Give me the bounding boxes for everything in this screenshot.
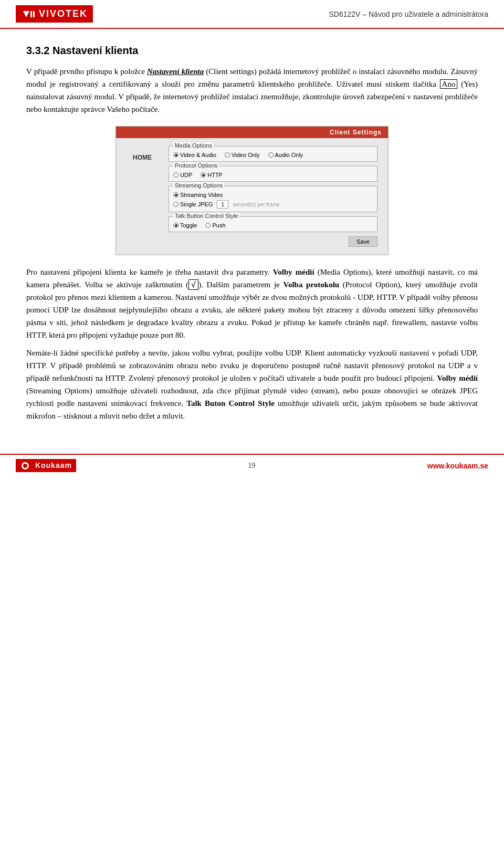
talk-button-row: Toggle Push xyxy=(173,220,373,228)
talk-button-title: Talk Button Control Style xyxy=(173,213,239,219)
radio-udp: UDP xyxy=(173,172,192,178)
talk-button-group: Talk Button Control Style Toggle Push xyxy=(169,216,377,232)
radio-push: Push xyxy=(205,222,225,228)
ano-label: Ano xyxy=(440,79,458,89)
screenshot-sidebar: HOME xyxy=(121,143,163,249)
media-options-group: Media Options Video & Audio Video Only xyxy=(169,146,377,162)
radio-video-only-circle xyxy=(225,152,230,158)
footer-url: www.koukaam.se xyxy=(427,462,488,470)
radio-push-circle xyxy=(205,223,211,228)
screenshot-main: Media Options Video & Audio Video Only xyxy=(163,143,383,249)
radio-video-only-label: Video Only xyxy=(232,152,260,158)
radio-streaming-video: Streaming Video xyxy=(173,192,373,198)
radio-streaming-label: Streaming Video xyxy=(180,192,223,198)
radio-http-label: HTTP xyxy=(207,172,223,178)
paragraph-3: Nemáte-li žádné specifické potřeby a nev… xyxy=(26,347,478,422)
svg-rect-3 xyxy=(33,11,35,17)
protocol-options-title: Protocol Options xyxy=(173,162,219,169)
section-heading: 3.3.2 Nastavení klienta xyxy=(26,45,478,57)
radio-single-jpeg: Single JPEG xyxy=(173,201,213,207)
frame-value: 1 xyxy=(222,202,225,207)
paragraph-1: V případě prvního přístupu k položce Nas… xyxy=(26,65,478,116)
footer-logo-box: Koukaam xyxy=(16,459,76,472)
radio-jpeg-label: Single JPEG xyxy=(180,201,213,207)
sqrt-symbol: √ xyxy=(188,279,198,290)
radio-audio-only-circle xyxy=(268,152,274,158)
media-options-row: Video & Audio Video Only Audio Only xyxy=(173,150,373,158)
frame-label: second(s) per frame xyxy=(233,202,279,207)
radio-toggle-label: Toggle xyxy=(180,222,197,228)
radio-audio-only-label: Audio Only xyxy=(275,152,303,158)
radio-udp-circle xyxy=(173,172,178,178)
protocol-options-row: UDP HTTP xyxy=(173,170,373,178)
footer-page-number: 19 xyxy=(248,462,255,470)
sidebar-home-label: HOME xyxy=(121,154,163,161)
radio-video-audio-label: Video & Audio xyxy=(180,152,216,158)
radio-video-audio: Video & Audio xyxy=(173,152,216,158)
header-title: SD6122V – Návod pro uživatele a administ… xyxy=(329,10,488,18)
radio-toggle-circle xyxy=(173,223,178,228)
main-content: 3.3.2 Nastavení klienta V případě prvníh… xyxy=(0,34,504,438)
radio-http-circle xyxy=(201,172,206,178)
radio-push-label: Push xyxy=(212,222,225,228)
svg-point-5 xyxy=(23,464,27,468)
talk-buton-label: Talk Buton Control Style xyxy=(186,399,275,408)
streaming-options-title: Streaming Options xyxy=(173,182,224,189)
streaming-options-rows: Streaming Video Single JPEG 1 second(s) … xyxy=(173,190,373,208)
radio-video-audio-circle xyxy=(173,152,178,158)
logo-text: VIVOTEK xyxy=(39,8,88,19)
radio-jpeg-circle xyxy=(173,202,178,207)
volby-medii2-label: Volby médií xyxy=(437,374,478,382)
logo-area: VIVOTEK xyxy=(16,5,93,23)
footer-logo: Koukaam xyxy=(16,459,76,472)
client-settings-screenshot: Client Settings HOME Media Options Video… xyxy=(116,126,388,255)
radio-video-only: Video Only xyxy=(225,152,260,158)
frame-input: 1 xyxy=(217,200,228,208)
page-header: VIVOTEK SD6122V – Návod pro uživatele a … xyxy=(0,0,504,29)
radio-audio-only: Audio Only xyxy=(268,152,303,158)
radio-udp-label: UDP xyxy=(180,172,192,178)
footer-logo-text: Koukaam xyxy=(35,461,72,469)
radio-streaming-circle xyxy=(173,192,178,197)
media-options-title: Media Options xyxy=(173,142,214,149)
radio-toggle: Toggle xyxy=(173,222,197,228)
screenshot-titlebar: Client Settings xyxy=(116,127,388,138)
nastaveni-link: Nastavení klienta xyxy=(147,67,204,76)
streaming-options-group: Streaming Options Streaming Video Single… xyxy=(169,186,377,212)
protocol-options-group: Protocol Options UDP HTTP xyxy=(169,166,377,182)
volby-medii-label: Volby médií xyxy=(273,268,314,276)
save-button[interactable]: Save xyxy=(349,236,377,247)
svg-rect-2 xyxy=(30,11,32,17)
screenshot-body: HOME Media Options Video & Audio Video O… xyxy=(116,138,388,255)
vivotek-logo: VIVOTEK xyxy=(16,5,93,23)
streaming-sub-row: Single JPEG 1 second(s) per frame xyxy=(173,200,373,208)
paragraph-2: Pro nastavení připojení klienta ke kameř… xyxy=(26,266,478,341)
radio-http: HTTP xyxy=(201,172,223,178)
volba-protokolu-label: Volba protokolu xyxy=(283,280,339,289)
page-footer: Koukaam 19 www.koukaam.se xyxy=(0,454,504,476)
